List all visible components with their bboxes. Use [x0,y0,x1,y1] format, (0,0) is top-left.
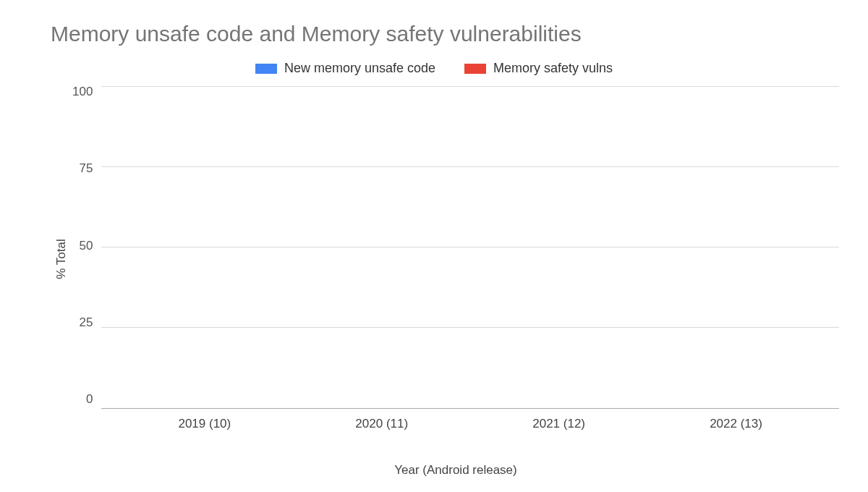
y-axis-ticks: 100 75 50 25 0 [72,87,101,430]
legend: New memory unsafe code Memory safety vul… [29,61,839,76]
x-tick: 2022 (13) [682,417,791,431]
x-tick: 2021 (12) [505,417,613,431]
legend-swatch-1 [464,64,486,74]
legend-label-1: Memory safety vulns [493,61,613,76]
y-tick: 75 [72,161,93,176]
y-tick: 50 [72,239,93,253]
bars-wrap [101,87,839,408]
y-tick: 25 [72,315,93,330]
chart-title: Memory unsafe code and Memory safety vul… [51,22,839,46]
x-axis-label: Year (Android release) [72,463,839,478]
legend-swatch-0 [255,64,277,74]
x-tick: 2020 (11) [328,417,436,431]
y-axis-label: % Total [51,87,72,430]
plot-area: 2019 (10)2020 (11)2021 (12)2022 (13) [101,87,839,409]
x-axis-ticks: 2019 (10)2020 (11)2021 (12)2022 (13) [101,417,839,431]
legend-item-series-0: New memory unsafe code [255,61,435,76]
legend-label-0: New memory unsafe code [284,61,435,76]
y-tick: 100 [72,85,93,99]
x-tick: 2019 (10) [150,417,259,431]
legend-item-series-1: Memory safety vulns [464,61,613,76]
y-tick: 0 [72,392,93,407]
chart-container: % Total 100 75 50 25 0 2019 (10)2020 (11… [51,87,839,430]
